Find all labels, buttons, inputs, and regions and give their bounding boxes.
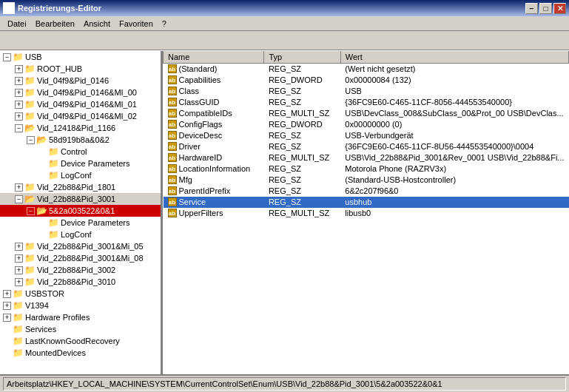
- expand-vid12418[interactable]: −: [15, 124, 23, 132]
- cell-name: abConfigFlags: [164, 119, 264, 130]
- tree-label-58d919: 58d919b8a&0&2: [49, 135, 110, 144]
- tree-item-vid04f9mi01[interactable]: + 📁 Vid_04f9&Pid_0146&MI_01: [0, 98, 161, 110]
- tree-item-services[interactable]: 📁 Services: [0, 323, 161, 335]
- tree-item-mounted[interactable]: 📁 MountedDevices: [0, 347, 161, 359]
- value-name: Mfg: [179, 175, 192, 184]
- tree-item-vid22b88pid1801[interactable]: + 📁 Vid_22b88&Pid_1801: [0, 181, 161, 193]
- expand-vid04f9mi02[interactable]: +: [15, 112, 23, 121]
- reg-value-icon: ab: [168, 142, 177, 151]
- tree-item-roothub[interactable]: + 📁 ROOT_HUB: [0, 63, 161, 75]
- cell-type: REG_DWORD: [264, 75, 340, 86]
- detail-panel[interactable]: Name Typ Wert ab(Standard)REG_SZ(Wert ni…: [163, 51, 569, 374]
- menu-ansicht[interactable]: Ansicht: [79, 18, 115, 29]
- cell-name: abLocationInformation: [164, 163, 264, 175]
- tree-item-vid04f9mi02[interactable]: + 📁 Vid_04f9&Pid_0146&MI_02: [0, 110, 161, 122]
- expand-5a2a003522[interactable]: −: [27, 207, 35, 215]
- expand-vid22b88mi08[interactable]: +: [15, 254, 23, 263]
- cell-name: abClass: [164, 86, 264, 97]
- reg-value-icon: ab: [168, 109, 177, 118]
- tree-item-usb[interactable]: − 📁 USB: [0, 51, 161, 63]
- menu-help[interactable]: ?: [158, 18, 171, 29]
- expand-hardware-profiles[interactable]: +: [3, 314, 11, 322]
- expand-vid22b88pid3010[interactable]: +: [15, 278, 23, 286]
- expand-roothub[interactable]: +: [15, 65, 23, 73]
- cell-value: (Standard-USB-Hostcontroller): [340, 175, 568, 186]
- expand-vid04f9[interactable]: +: [15, 77, 23, 85]
- tree-item-lastknown[interactable]: 📁 LastKnownGoodRecovery: [0, 335, 161, 347]
- tree-item-hardware-profiles[interactable]: + 📁 Hardware Profiles: [0, 311, 161, 323]
- main-area: − 📁 USB + 📁 ROOT_HUB + 📁 Vid_04f9&Pid_01…: [0, 50, 569, 374]
- value-name: Driver: [179, 142, 201, 151]
- table-row[interactable]: abClassREG_SZUSB: [164, 86, 569, 97]
- tree-item-logconf1[interactable]: 📁 LogConf: [0, 169, 161, 181]
- table-row[interactable]: ab(Standard)REG_SZ(Wert nicht gesetzt): [164, 64, 569, 75]
- table-row[interactable]: abCompatibleIDsREG_MULTI_SZUSB\DevClass_…: [164, 108, 569, 119]
- table-row[interactable]: abHardwareIDREG_MULTI_SZUSB\Vid_22b88&Pi…: [164, 152, 569, 163]
- folder-icon-5a2a003522: 📂: [36, 206, 47, 216]
- table-row[interactable]: abDeviceDescREG_SZUSB-Verbundgerät: [164, 130, 569, 141]
- expand-vid22b88pid3001[interactable]: −: [15, 195, 23, 203]
- menu-bar: Datei Bearbeiten Ansicht Favoriten ?: [0, 16, 569, 31]
- menu-bearbeiten[interactable]: Bearbeiten: [31, 18, 79, 29]
- window-title: Registrierungs-Editor: [18, 4, 101, 13]
- tree-item-control[interactable]: 📁 Control: [0, 146, 161, 158]
- expand-usb[interactable]: −: [3, 53, 11, 61]
- table-row[interactable]: abUpperFiltersREG_MULTI_SZlibusb0: [164, 208, 569, 219]
- table-row[interactable]: abCapabilitiesREG_DWORD0x00000084 (132): [164, 75, 569, 86]
- cell-type: REG_SZ: [264, 163, 340, 175]
- expand-vid04f9mi01[interactable]: +: [15, 101, 23, 109]
- value-name: ClassGUID: [179, 98, 220, 107]
- minimize-button[interactable]: −: [525, 3, 538, 14]
- expand-vid04f9mi00[interactable]: +: [15, 89, 23, 97]
- col-header-name: Name: [164, 51, 264, 64]
- maximize-button[interactable]: □: [539, 3, 552, 14]
- tree-item-vid04f9mi00[interactable]: + 📁 Vid_04f9&Pid_0146&MI_00: [0, 87, 161, 98]
- reg-value-icon: ab: [168, 175, 177, 184]
- tree-item-58d919[interactable]: − 📂 58d919b8a&0&2: [0, 134, 161, 146]
- tree-item-vid22b88pid3001[interactable]: − 📂 Vid_22b88&Pid_3001: [0, 193, 161, 205]
- tree-item-devparams2[interactable]: 📁 Device Parameters: [0, 217, 161, 229]
- folder-icon-vid04f9mi01: 📁: [24, 99, 36, 109]
- tree-item-v1394[interactable]: + 📁 V1394: [0, 300, 161, 311]
- table-row[interactable]: abServiceREG_SZusbhub: [164, 197, 569, 208]
- table-row[interactable]: abLocationInformationREG_SZMotorola Phon…: [164, 163, 569, 175]
- tree-item-vid22b88pid3010[interactable]: + 📁 Vid_22b88&Pid_3010: [0, 276, 161, 288]
- tree-item-vid22b88mi05[interactable]: + 📁 Vid_22b88&Pid_3001&Mi_05: [0, 240, 161, 252]
- menu-favoriten[interactable]: Favoriten: [115, 18, 158, 29]
- table-row[interactable]: abConfigFlagsREG_DWORD0x00000000 (0): [164, 119, 569, 130]
- value-name: CompatibleIDs: [179, 109, 232, 118]
- table-row[interactable]: abClassGUIDREG_SZ{36FC9E60-C465-11CF-805…: [164, 97, 569, 108]
- tree-label-vid12418: Vid_12418&Pid_1166: [37, 124, 115, 132]
- tree-item-logconf2[interactable]: 📁 LogConf: [0, 229, 161, 240]
- folder-icon-vid22b88pid3010: 📁: [24, 277, 36, 287]
- cell-value: 0x00000084 (132): [340, 75, 568, 86]
- expand-usbstor[interactable]: +: [3, 290, 11, 298]
- tree-panel[interactable]: − 📁 USB + 📁 ROOT_HUB + 📁 Vid_04f9&Pid_01…: [0, 51, 163, 374]
- tree-item-vid22b88mi08[interactable]: + 📁 Vid_22b88&Pid_3001&Mi_08: [0, 252, 161, 264]
- tree-item-vid22b88pid3002[interactable]: + 📁 Vid_22b88&Pid_3002: [0, 264, 161, 276]
- table-row[interactable]: abDriverREG_SZ{36FC9E60-C465-11CF-8U56-4…: [164, 141, 569, 152]
- expand-v1394[interactable]: +: [3, 302, 11, 310]
- table-row[interactable]: abParentIdPrefixREG_SZ6&2c207f96&0: [164, 186, 569, 197]
- folder-icon-vid22b88pid3001: 📂: [24, 194, 36, 204]
- expand-vid22b88mi05[interactable]: +: [15, 243, 23, 251]
- folder-icon-vid12418: 📂: [24, 123, 36, 133]
- menu-datei[interactable]: Datei: [3, 18, 31, 29]
- expand-vid22b88pid1801[interactable]: +: [15, 183, 23, 192]
- cell-name: abHardwareID: [164, 152, 264, 163]
- expand-58d919[interactable]: −: [27, 136, 35, 144]
- tree-item-devparams1[interactable]: 📁 Device Parameters: [0, 158, 161, 169]
- expand-vid22b88pid3002[interactable]: +: [15, 266, 23, 274]
- tree-item-5a2a003522[interactable]: − 📂 5&2a003522&0&1: [0, 205, 161, 217]
- value-name: DeviceDesc: [179, 131, 223, 140]
- cell-name: abDriver: [164, 141, 264, 152]
- cell-name: abService: [164, 197, 264, 208]
- close-button[interactable]: ✕: [553, 3, 566, 14]
- cell-name: abCompatibleIDs: [164, 108, 264, 119]
- tree-item-vid12418[interactable]: − 📂 Vid_12418&Pid_1166: [0, 122, 161, 134]
- tree-item-vid04f9pid0146[interactable]: + 📁 Vid_04f9&Pid_0146: [0, 75, 161, 87]
- reg-value-icon: ab: [168, 87, 177, 95]
- folder-icon-usbstor: 📁: [13, 288, 24, 299]
- table-row[interactable]: abMfgREG_SZ(Standard-USB-Hostcontroller): [164, 175, 569, 186]
- tree-item-usbstor[interactable]: + 📁 USBSTOR: [0, 288, 161, 300]
